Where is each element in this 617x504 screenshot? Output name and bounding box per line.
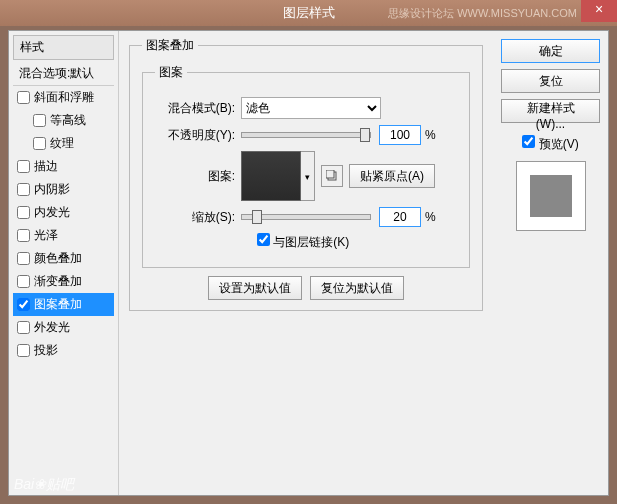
style-item-label: 投影 (34, 342, 58, 359)
style-checkbox[interactable] (33, 114, 46, 127)
pattern-title: 图案 (155, 64, 187, 81)
style-checkbox[interactable] (17, 298, 30, 311)
scale-slider[interactable] (241, 214, 371, 220)
pattern-group: 图案 混合模式(B): 滤色 不透明度(Y): % 图案: ▾ (142, 64, 470, 268)
new-style-button[interactable]: 新建样式(W)... (501, 99, 600, 123)
pattern-swatch[interactable] (241, 151, 301, 201)
options-panel: 图案叠加 图案 混合模式(B): 滤色 不透明度(Y): % 图案: (119, 31, 493, 495)
style-item-label: 等高线 (50, 112, 86, 129)
snap-origin-button[interactable]: 贴紧原点(A) (349, 164, 435, 188)
style-item-4[interactable]: 内阴影 (13, 178, 114, 201)
reset-button[interactable]: 复位 (501, 69, 600, 93)
titlebar: 图层样式 思缘设计论坛 WWW.MISSYUAN.COM × (0, 0, 617, 26)
dialog-body: 样式 混合选项:默认 斜面和浮雕等高线纹理描边内阴影内发光光泽颜色叠加渐变叠加图… (8, 30, 609, 496)
svg-rect-1 (326, 170, 334, 178)
link-layer-label: 与图层链接(K) (273, 235, 349, 249)
group-title: 图案叠加 (142, 37, 198, 54)
style-item-label: 图案叠加 (34, 296, 82, 313)
opacity-input[interactable] (379, 125, 421, 145)
style-item-10[interactable]: 外发光 (13, 316, 114, 339)
style-item-label: 斜面和浮雕 (34, 89, 94, 106)
blend-mode-select[interactable]: 滤色 (241, 97, 381, 119)
scale-input[interactable] (379, 207, 421, 227)
blend-options-header[interactable]: 混合选项:默认 (13, 62, 114, 86)
styles-panel: 样式 混合选项:默认 斜面和浮雕等高线纹理描边内阴影内发光光泽颜色叠加渐变叠加图… (9, 31, 119, 495)
style-checkbox[interactable] (17, 91, 30, 104)
style-item-label: 内发光 (34, 204, 70, 221)
style-item-2[interactable]: 纹理 (13, 132, 114, 155)
close-button[interactable]: × (581, 0, 617, 22)
watermark: 思缘设计论坛 WWW.MISSYUAN.COM (388, 6, 577, 21)
style-item-5[interactable]: 内发光 (13, 201, 114, 224)
style-item-8[interactable]: 渐变叠加 (13, 270, 114, 293)
percent-label: % (425, 128, 436, 142)
style-item-label: 渐变叠加 (34, 273, 82, 290)
style-checkbox[interactable] (17, 321, 30, 334)
style-checkbox[interactable] (17, 183, 30, 196)
style-item-label: 光泽 (34, 227, 58, 244)
window-title: 图层样式 (283, 4, 335, 22)
pattern-swatch-label: 图案: (155, 168, 235, 185)
style-item-label: 描边 (34, 158, 58, 175)
style-item-3[interactable]: 描边 (13, 155, 114, 178)
style-item-label: 内阴影 (34, 181, 70, 198)
new-preset-icon[interactable] (321, 165, 343, 187)
style-checkbox[interactable] (17, 229, 30, 242)
style-item-0[interactable]: 斜面和浮雕 (13, 86, 114, 109)
baidu-watermark: Bai❀贴吧 (14, 476, 74, 494)
preview-checkbox-wrap[interactable]: 预览(V) (522, 137, 578, 151)
link-layer-checkbox[interactable] (257, 233, 270, 246)
preview-swatch (530, 175, 572, 217)
opacity-label: 不透明度(Y): (155, 127, 235, 144)
set-default-button[interactable]: 设置为默认值 (208, 276, 302, 300)
action-panel: 确定 复位 新建样式(W)... 预览(V) (493, 31, 608, 495)
ok-button[interactable]: 确定 (501, 39, 600, 63)
style-item-label: 纹理 (50, 135, 74, 152)
style-item-6[interactable]: 光泽 (13, 224, 114, 247)
opacity-slider[interactable] (241, 132, 371, 138)
style-item-11[interactable]: 投影 (13, 339, 114, 362)
pattern-dropdown-arrow[interactable]: ▾ (301, 151, 315, 201)
style-item-1[interactable]: 等高线 (13, 109, 114, 132)
style-item-7[interactable]: 颜色叠加 (13, 247, 114, 270)
style-checkbox[interactable] (17, 206, 30, 219)
style-checkbox[interactable] (17, 344, 30, 357)
percent-label-2: % (425, 210, 436, 224)
style-checkbox[interactable] (17, 275, 30, 288)
link-layer-checkbox-wrap[interactable]: 与图层链接(K) (257, 233, 349, 251)
style-item-label: 颜色叠加 (34, 250, 82, 267)
style-checkbox[interactable] (17, 252, 30, 265)
preview-label: 预览(V) (539, 137, 579, 151)
reset-default-button[interactable]: 复位为默认值 (310, 276, 404, 300)
preview-box (516, 161, 586, 231)
style-item-9[interactable]: 图案叠加 (13, 293, 114, 316)
preview-checkbox[interactable] (522, 135, 535, 148)
styles-header[interactable]: 样式 (13, 35, 114, 60)
style-checkbox[interactable] (17, 160, 30, 173)
style-checkbox[interactable] (33, 137, 46, 150)
pattern-overlay-group: 图案叠加 图案 混合模式(B): 滤色 不透明度(Y): % 图案: (129, 37, 483, 311)
style-item-label: 外发光 (34, 319, 70, 336)
blend-mode-label: 混合模式(B): (155, 100, 235, 117)
scale-label: 缩放(S): (155, 209, 235, 226)
